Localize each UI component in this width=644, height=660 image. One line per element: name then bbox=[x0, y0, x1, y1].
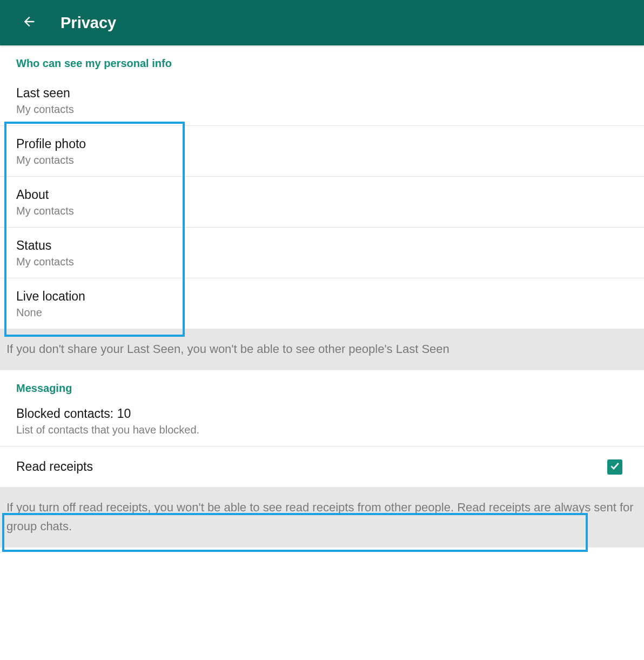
setting-last-seen[interactable]: Last seen My contacts bbox=[0, 75, 644, 126]
setting-profile-photo[interactable]: Profile photo My contacts bbox=[0, 126, 644, 177]
setting-value: My contacts bbox=[16, 103, 628, 116]
info-read-receipts-note: If you turn off read receipts, you won't… bbox=[0, 487, 644, 547]
app-header: Privacy bbox=[0, 0, 644, 45]
setting-status[interactable]: Status My contacts bbox=[0, 228, 644, 278]
setting-value: My contacts bbox=[16, 154, 628, 166]
setting-title: Read receipts bbox=[16, 458, 93, 475]
section-header-personal-info: Who can see my personal info bbox=[0, 45, 644, 75]
setting-title: Blocked contacts: 10 bbox=[16, 405, 628, 422]
setting-title: Profile photo bbox=[16, 136, 628, 152]
back-button[interactable] bbox=[18, 12, 40, 34]
setting-value: My contacts bbox=[16, 205, 628, 217]
info-last-seen-note: If you don't share your Last Seen, you w… bbox=[0, 329, 644, 370]
setting-title: Status bbox=[16, 237, 628, 254]
setting-title: Live location bbox=[16, 288, 628, 305]
section-header-messaging: Messaging bbox=[0, 370, 644, 400]
setting-read-receipts[interactable]: Read receipts bbox=[0, 446, 644, 487]
setting-about[interactable]: About My contacts bbox=[0, 177, 644, 228]
setting-live-location[interactable]: Live location None bbox=[0, 278, 644, 329]
setting-blocked-contacts[interactable]: Blocked contacts: 10 List of contacts th… bbox=[0, 400, 644, 446]
setting-value: My contacts bbox=[16, 256, 628, 268]
page-title: Privacy bbox=[61, 14, 116, 32]
read-receipts-checkbox[interactable] bbox=[607, 459, 622, 475]
back-arrow-icon bbox=[22, 14, 37, 31]
setting-value: None bbox=[16, 306, 628, 319]
setting-title: Last seen bbox=[16, 85, 628, 102]
setting-title: About bbox=[16, 186, 628, 203]
content-area: Who can see my personal info Last seen M… bbox=[0, 45, 644, 548]
setting-sub: List of contacts that you have blocked. bbox=[16, 424, 628, 436]
checkmark-icon bbox=[609, 461, 620, 474]
